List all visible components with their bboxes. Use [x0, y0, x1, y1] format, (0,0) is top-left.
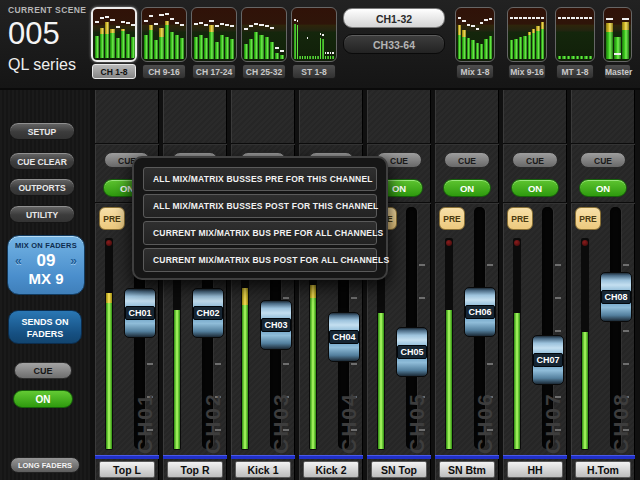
meter-block-ch-25-32[interactable]	[241, 7, 287, 62]
bank-button-ch1-32[interactable]: CH1-32	[343, 8, 445, 28]
pre-badge[interactable]: PRE	[439, 207, 465, 230]
popup-item-current-mix-matrix-bus-pre-f[interactable]: CURRENT MIX/MATRIX BUS PRE FOR ALL CHANN…	[143, 221, 377, 245]
meter-block-mix-9-16[interactable]	[507, 7, 547, 62]
sidebar-cue-button[interactable]: CUE	[14, 362, 72, 379]
meter-block-label-mt-1-8[interactable]: MT 1-8	[556, 64, 594, 79]
channel-number-watermark: CH03	[269, 382, 293, 454]
meter-bar-green-fill	[606, 32, 613, 59]
meter-bar-yellow-fill	[622, 22, 629, 29]
meter-bar-peak-hold	[244, 28, 248, 30]
fader-cap[interactable]: CH04	[328, 312, 360, 362]
channel-number-watermark: CH01	[133, 382, 157, 454]
on-button[interactable]: ON	[579, 179, 627, 197]
meter-bar	[523, 10, 526, 59]
meter-bar	[471, 10, 474, 59]
meter-block-master[interactable]	[603, 7, 632, 62]
strip-divider-line	[571, 143, 635, 144]
sidebar-on-button[interactable]: ON	[13, 390, 73, 408]
fader-cap[interactable]: CH05	[396, 327, 428, 377]
peak-indicator	[446, 240, 452, 246]
on-button[interactable]: ON	[443, 179, 491, 197]
sidebar-button-cue-clear[interactable]: CUE CLEAR	[9, 152, 75, 170]
popup-item-all-mix-matrix-busses-post-f[interactable]: ALL MIX/MATRIX BUSSES POST FOR THIS CHAN…	[143, 194, 377, 218]
fader-cap[interactable]: CH02	[192, 288, 224, 338]
meter-block-mix-1-8[interactable]	[455, 7, 495, 62]
strip-divider-line	[163, 143, 227, 144]
meter-block-label-ch-9-16[interactable]: CH 9-16	[142, 64, 186, 79]
next-bus-arrow-icon[interactable]: »	[70, 254, 77, 268]
meter-block-label-master[interactable]: Master	[604, 64, 631, 79]
channel-name-label[interactable]: Kick 2	[303, 461, 359, 478]
channel-name-label[interactable]: SN Top	[371, 461, 427, 478]
meter-bar-green-fill	[622, 30, 629, 59]
sends-on-faders-button[interactable]: SENDS ON FADERS	[8, 310, 82, 344]
scene-panel[interactable]: CURRENT SCENE 005 QL series	[8, 5, 88, 74]
meter-bar-green-fill	[110, 33, 114, 58]
current-scene-label: CURRENT SCENE	[8, 5, 88, 15]
meter-bar-peak-hold	[204, 24, 208, 26]
meter-block-label-mix-1-8[interactable]: Mix 1-8	[456, 64, 494, 79]
channel-color-bar	[95, 455, 159, 459]
meter-bar-green-fill	[144, 35, 148, 59]
meter-bar	[571, 10, 574, 59]
fader-cap[interactable]: CH08	[600, 272, 632, 322]
channel-name-label[interactable]: Top L	[99, 461, 155, 478]
channel-name-label[interactable]: Kick 1	[235, 461, 291, 478]
meter-block-label-st-1-8[interactable]: ST 1-8	[292, 64, 336, 79]
meter-bar-peak-hold	[571, 17, 574, 19]
meter-bar-green-fill	[462, 37, 465, 59]
sidebar-button-utility[interactable]: UTILITY	[9, 205, 75, 223]
strip-divider-line	[435, 143, 499, 144]
meter-bar-green-fill	[244, 44, 248, 59]
meter-bar-peak-hold	[562, 17, 565, 19]
cue-button[interactable]: CUE	[444, 152, 490, 168]
fader-cap[interactable]: CH03	[260, 300, 292, 350]
fader-cap[interactable]: CH06	[464, 287, 496, 337]
meter-bar-peak-hold	[297, 20, 299, 22]
pre-badge[interactable]: PRE	[99, 207, 125, 230]
channel-color-bar	[571, 455, 635, 459]
meter-block-ch-17-24[interactable]	[191, 7, 237, 62]
channel-name-label[interactable]: Top R	[167, 461, 223, 478]
meter-bar-peak-hold	[330, 52, 332, 54]
meter-bar	[220, 10, 224, 59]
meter-bar-green-fill	[209, 32, 213, 59]
meter-block-st-1-8[interactable]	[291, 7, 337, 62]
meter-block-mt-1-8[interactable]	[555, 7, 595, 62]
prev-bus-arrow-icon[interactable]: «	[15, 254, 22, 268]
mix-on-faders-panel[interactable]: MIX ON FADERS « 09 » MX 9	[7, 235, 85, 295]
bank-button-ch33-64[interactable]: CH33-64	[343, 34, 445, 54]
meter-bar-peak-hold	[259, 24, 263, 26]
meter-bar-peak-hold	[458, 17, 461, 19]
on-button[interactable]: ON	[511, 179, 559, 197]
long-faders-button[interactable]: LONG FADERS	[10, 457, 80, 473]
meter-block-label-ch-1-8[interactable]: CH 1-8	[92, 64, 136, 79]
meter-block-label-ch-17-24[interactable]: CH 17-24	[192, 64, 236, 79]
popup-item-all-mix-matrix-busses-pre-fo[interactable]: ALL MIX/MATRIX BUSSES PRE FOR THIS CHANN…	[143, 167, 377, 191]
channel-name-label[interactable]: HH	[507, 461, 563, 478]
meter-bar-peak-hold	[175, 22, 179, 24]
channel-meter-green-fill	[106, 303, 112, 449]
cue-button[interactable]: CUE	[512, 152, 558, 168]
pre-badge[interactable]: PRE	[575, 207, 601, 230]
cue-button[interactable]: CUE	[580, 152, 626, 168]
meter-block-label-mix-9-16[interactable]: Mix 9-16	[508, 64, 546, 79]
meter-bar	[131, 9, 135, 58]
pre-badge[interactable]: PRE	[507, 207, 533, 230]
meter-block-label-ch-25-32[interactable]: CH 25-32	[242, 64, 286, 79]
meter-block-ch-1-8[interactable]	[91, 7, 137, 62]
fader-cap[interactable]: CH07	[532, 335, 564, 385]
meter-bar-peak-hold	[484, 19, 487, 21]
popup-item-current-mix-matrix-bus-post[interactable]: CURRENT MIX/MATRIX BUS POST FOR ALL CHAN…	[143, 248, 377, 272]
strip-divider-line	[231, 143, 295, 144]
meter-block-ch-9-16[interactable]	[141, 7, 187, 62]
channel-name-label[interactable]: SN Btm	[439, 461, 495, 478]
meter-bar	[144, 10, 148, 59]
meter-bar	[230, 10, 234, 59]
meter-bar-green-fill	[576, 56, 579, 59]
channel-name-label[interactable]: H.Tom	[575, 461, 631, 478]
sidebar-button-outports[interactable]: OUTPORTS	[9, 178, 75, 196]
meter-bar-green-fill	[309, 56, 311, 59]
fader-cap[interactable]: CH01	[124, 288, 156, 338]
sidebar-button-setup[interactable]: SETUP	[9, 122, 75, 140]
